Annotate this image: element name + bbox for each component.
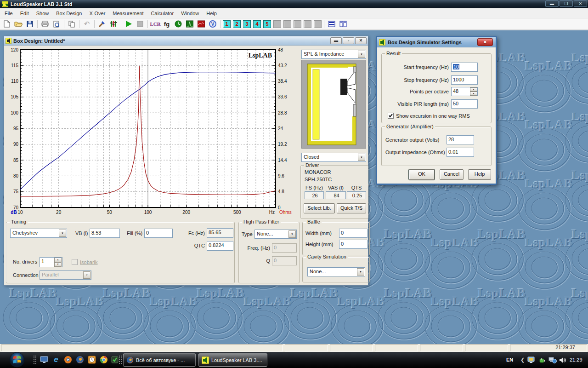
show-excursion-checkbox[interactable]: [388, 113, 394, 119]
menu-box-design[interactable]: Box Design: [52, 9, 85, 17]
preset-empty-button[interactable]: [283, 20, 291, 28]
lcr-button[interactable]: LCR: [150, 19, 160, 29]
print-preview-button[interactable]: [51, 19, 62, 29]
quick-ts-button[interactable]: Quick T/S: [337, 203, 366, 213]
tray-expand-icon[interactable]: ❮: [520, 357, 525, 363]
spectrum-button[interactable]: [185, 19, 195, 29]
child-restore-button[interactable]: ▫: [343, 37, 354, 44]
minimize-button[interactable]: ▬: [545, 0, 559, 7]
menu-file[interactable]: File: [1, 9, 17, 17]
child-close-button[interactable]: ✕: [355, 37, 367, 44]
menu-window[interactable]: Window: [177, 9, 203, 17]
menu-help[interactable]: Help: [203, 9, 220, 17]
copy-button[interactable]: [67, 19, 77, 29]
start-frequency-field[interactable]: 10: [451, 63, 478, 72]
visible-pir-length-field[interactable]: 50: [451, 99, 478, 109]
help-button[interactable]: Help: [468, 169, 491, 180]
select-lib-button[interactable]: Select Lib.: [304, 203, 335, 213]
preset-empty-button[interactable]: [294, 20, 301, 28]
lsplab-watermark: LspLABLspLABLspLAB: [287, 286, 376, 344]
lsplab-watermark: LspLABLspLABLspLAB: [193, 286, 283, 344]
antivirus-icon[interactable]: [110, 355, 119, 364]
stop-frequency-field[interactable]: 1000: [451, 75, 478, 85]
preset-2-button[interactable]: 2: [233, 20, 241, 28]
connection-selector[interactable]: Parallel ▼: [40, 270, 91, 280]
timer-app-icon[interactable]: [87, 355, 96, 364]
internet-explorer-icon[interactable]: e: [51, 355, 61, 364]
chevron-down-icon[interactable]: ▼: [59, 230, 66, 237]
tray-network-icon[interactable]: [548, 356, 557, 364]
preset-5-button[interactable]: 5: [263, 20, 271, 28]
tile-vertical-button[interactable]: [338, 19, 348, 29]
open-button[interactable]: [13, 19, 23, 29]
close-button[interactable]: ✕: [574, 0, 587, 7]
print-button[interactable]: [40, 19, 50, 29]
lsplab-watermark: LspLABLspLABLspLAB: [474, 286, 564, 344]
menu-edit[interactable]: Edit: [17, 9, 33, 17]
box-design-tool-button[interactable]: [97, 19, 107, 29]
svg-text:V: V: [211, 22, 215, 27]
media-player-icon[interactable]: [63, 355, 73, 364]
alignment-selector[interactable]: Chebyshev ▼: [10, 229, 67, 238]
chevron-down-icon[interactable]: ▼: [358, 51, 365, 58]
fill-field[interactable]: 0: [144, 229, 173, 238]
preset-empty-button[interactable]: [304, 20, 311, 28]
mixer-button[interactable]: [108, 19, 119, 29]
dialog-title: Box Design Simulator Settings: [388, 40, 462, 45]
stop-button[interactable]: [135, 19, 145, 29]
baffle-height-field[interactable]: 0: [339, 240, 368, 249]
cancel-button[interactable]: Cancel: [440, 169, 464, 180]
vb-field[interactable]: 8.53: [90, 229, 120, 238]
chevron-down-icon[interactable]: ▼: [357, 268, 364, 276]
restore-button[interactable]: ❐: [560, 0, 573, 7]
no-drivers-spinner[interactable]: ▲▼: [54, 258, 62, 267]
menu-calculator[interactable]: Calculator: [147, 9, 178, 17]
tile-horizontal-button[interactable]: [327, 19, 337, 29]
chrome-icon[interactable]: [99, 355, 108, 364]
language-indicator[interactable]: EN: [506, 357, 513, 362]
enclosure-type-selector[interactable]: Closed ▼: [301, 153, 366, 162]
tray-display-icon[interactable]: [527, 356, 536, 364]
task-button-firefox[interactable]: Всё об автозвуке - ...: [123, 353, 196, 367]
baffle-width-field[interactable]: 0: [339, 229, 368, 238]
preset-1-button[interactable]: 1: [223, 20, 231, 28]
menu-measurement[interactable]: Measurement: [109, 9, 147, 17]
child-minimize-button[interactable]: ▬: [330, 37, 342, 44]
chevron-down-icon[interactable]: ▼: [288, 230, 296, 238]
hpf-q-field[interactable]: 0: [272, 256, 297, 265]
dialog-close-button[interactable]: ✕: [477, 38, 493, 46]
firefox-icon[interactable]: [75, 355, 85, 364]
tray-power-icon[interactable]: [538, 356, 547, 364]
fg-button[interactable]: fg: [162, 19, 172, 29]
signal-button[interactable]: [196, 19, 206, 29]
hpf-type-selector[interactable]: None... ▼: [254, 230, 297, 239]
tray-volume-icon[interactable]: [559, 356, 567, 364]
start-button[interactable]: [9, 352, 25, 368]
preset-3-button[interactable]: 3: [243, 20, 251, 28]
undo-button[interactable]: ↶: [82, 19, 92, 29]
menu-show[interactable]: Show: [33, 9, 53, 17]
preset-empty-button[interactable]: [273, 20, 281, 28]
show-desktop-icon[interactable]: [40, 355, 49, 364]
hpf-freq-field[interactable]: 0: [272, 243, 297, 253]
ok-button[interactable]: OK: [409, 169, 435, 180]
task-button-loudspeaker-lab[interactable]: LoudSpeaker LAB 3....: [198, 353, 267, 367]
save-button[interactable]: [25, 19, 35, 29]
generator-output-field[interactable]: 28: [447, 135, 474, 144]
preset-empty-button[interactable]: [314, 20, 322, 28]
taskbar-clock[interactable]: 21:29: [570, 357, 582, 362]
v-meter-button[interactable]: V: [208, 19, 218, 29]
new-button[interactable]: [2, 19, 12, 29]
cavity-selector[interactable]: None... ▼: [307, 267, 365, 276]
output-impedance-field[interactable]: 0.01: [447, 148, 474, 157]
play-button[interactable]: [124, 19, 134, 29]
view-selector[interactable]: SPL & Impedance ▼: [301, 50, 366, 59]
lsplab-watermark: LspLABLspLABLspLAB: [521, 294, 588, 344]
preset-4-button[interactable]: 4: [253, 20, 261, 28]
phase-meter-button[interactable]: [173, 19, 183, 29]
isobarik-checkbox[interactable]: [72, 259, 78, 265]
lsplab-watermark: LspLABLspLABLspLAB: [521, 59, 588, 117]
chevron-down-icon[interactable]: ▼: [358, 154, 365, 161]
points-per-octave-spinner[interactable]: ▲▼: [470, 87, 477, 96]
menu-x-over[interactable]: X-Over: [86, 9, 109, 17]
